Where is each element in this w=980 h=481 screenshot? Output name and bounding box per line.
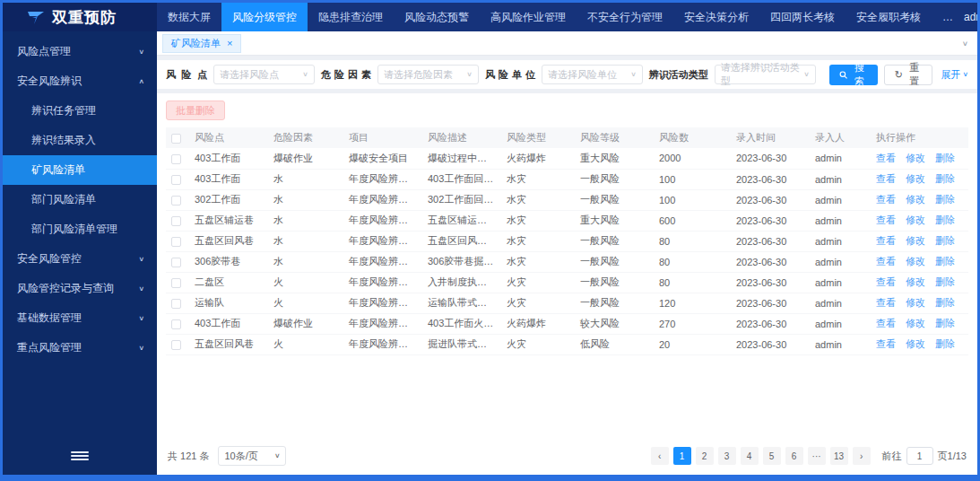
edit-link[interactable]: 修改 <box>906 297 925 308</box>
cell-risk-type: 火药爆炸 <box>501 313 575 334</box>
close-icon[interactable]: × <box>227 38 232 48</box>
page-button-13[interactable]: 13 <box>830 447 848 465</box>
delete-link[interactable]: 删除 <box>935 318 955 328</box>
row-checkbox[interactable] <box>171 196 181 206</box>
sidebar-item-task-mgmt[interactable]: 辨识任务管理 <box>3 96 157 126</box>
expand-link[interactable]: 展开 ∨ <box>941 68 968 82</box>
row-checkbox[interactable] <box>171 237 181 247</box>
view-link[interactable]: 查看 <box>876 318 896 328</box>
nav-item-leader-assessment[interactable]: 四回两长考核 <box>759 3 846 31</box>
delete-link[interactable]: 删除 <box>935 214 955 225</box>
row-checkbox[interactable] <box>171 278 181 288</box>
user-menu[interactable]: admin ∨ <box>964 11 980 23</box>
hazard-factor-select[interactable]: 请选择危险因素 ∨ <box>377 65 479 84</box>
sidebar-item-dept-risk-list-mgmt[interactable]: 部门风险清单管理 <box>3 214 157 244</box>
search-button-label: 搜索 <box>851 61 868 88</box>
edit-link[interactable]: 修改 <box>906 276 925 287</box>
view-link[interactable]: 查看 <box>876 214 896 225</box>
goto-page-input[interactable] <box>906 447 933 465</box>
sidebar-item-result-entry[interactable]: 辨识结果录入 <box>3 126 157 155</box>
select-all-checkbox[interactable] <box>171 134 181 144</box>
page-button-6[interactable]: 6 <box>785 447 803 465</box>
row-checkbox[interactable] <box>171 154 181 164</box>
sidebar-item-mine-risk-list[interactable]: 矿风险清单 <box>3 155 157 185</box>
view-link[interactable]: 查看 <box>876 194 896 205</box>
delete-link[interactable]: 删除 <box>935 173 955 184</box>
delete-link[interactable]: 删除 <box>935 153 955 163</box>
sidebar-item-risk-control[interactable]: 安全风险管控 ∨ <box>3 244 157 274</box>
sidebar-collapse-button[interactable] <box>3 437 157 475</box>
edit-link[interactable]: 修改 <box>906 153 925 163</box>
edit-link[interactable]: 修改 <box>906 194 925 205</box>
select-placeholder: 请选择风险点 <box>220 68 279 82</box>
edit-link[interactable]: 修改 <box>906 214 925 225</box>
row-checkbox[interactable] <box>171 258 181 267</box>
page-button-2[interactable]: 2 <box>696 447 714 465</box>
sidebar-item-dept-risk-list[interactable]: 部门风险清单 <box>3 185 157 214</box>
edit-link[interactable]: 修改 <box>906 256 925 267</box>
view-link[interactable]: 查看 <box>876 256 896 267</box>
nav-item-duty-assessment[interactable]: 安全履职考核 <box>846 3 932 31</box>
view-link[interactable]: 查看 <box>876 338 896 349</box>
nav-item-decision-analysis[interactable]: 安全决策分析 <box>673 3 759 31</box>
sidebar-item-control-records[interactable]: 风险管控记录与查询 ∨ <box>3 274 157 303</box>
edit-link[interactable]: 修改 <box>906 338 925 349</box>
cell-hazard-factor: 火 <box>268 272 343 293</box>
cell-risk-count: 120 <box>654 293 731 313</box>
row-checkbox[interactable] <box>171 340 181 350</box>
search-button[interactable]: 搜索 <box>829 65 878 85</box>
delete-link[interactable]: 删除 <box>935 256 955 267</box>
page-button-1[interactable]: 1 <box>673 447 691 465</box>
nav-item-hazard-governance[interactable]: 隐患排查治理 <box>308 3 394 31</box>
tab-options-chevron-icon[interactable]: ∨ <box>962 39 968 48</box>
cell-risk-desc: 运输队带式输送机... <box>422 293 501 313</box>
edit-link[interactable]: 修改 <box>906 235 925 246</box>
view-link[interactable]: 查看 <box>876 276 896 287</box>
table-row: 五盘区辅运巷 水 年度风险辨识评估... 五盘区辅运巷掘进... 水灾 重大风险… <box>166 210 968 231</box>
row-checkbox[interactable] <box>171 175 181 185</box>
delete-link[interactable]: 删除 <box>935 194 955 205</box>
sidebar-item-risk-identification[interactable]: 安全风险辨识 ∧ <box>3 66 157 96</box>
chevron-down-icon: ∨ <box>466 71 473 78</box>
page-button-3[interactable]: 3 <box>718 447 736 465</box>
nav-item-unsafe-behavior[interactable]: 不安全行为管理 <box>577 3 673 31</box>
batch-delete-button[interactable]: 批量删除 <box>166 101 225 120</box>
expand-label: 展开 <box>941 68 960 82</box>
nav-item-high-risk-operation[interactable]: 高风险作业管理 <box>480 3 577 31</box>
risk-unit-select[interactable]: 请选择风险单位 ∨ <box>542 65 643 84</box>
page-button-4[interactable]: 4 <box>741 447 759 465</box>
sidebar: 风险点管理 ∨ 安全风险辨识 ∧ 辨识任务管理 辨识结果录入 矿风险清单 部门风… <box>3 31 157 475</box>
risk-point-select[interactable]: 请选择风险点 ∨ <box>213 65 315 84</box>
view-link[interactable]: 查看 <box>876 173 896 184</box>
delete-link[interactable]: 删除 <box>935 338 955 349</box>
row-checkbox[interactable] <box>171 299 181 309</box>
activity-type-select[interactable]: 请选择辨识活动类型 ∨ <box>715 65 816 84</box>
page-button-5[interactable]: 5 <box>763 447 781 465</box>
row-checkbox[interactable] <box>171 319 181 329</box>
sidebar-item-label: 安全风险管控 <box>17 251 82 267</box>
pagination-ellipsis[interactable]: ··· <box>808 447 826 465</box>
next-page-button[interactable]: › <box>853 447 871 465</box>
nav-item-data-screen[interactable]: 数据大屏 <box>157 3 221 31</box>
prev-page-button[interactable]: ‹ <box>651 447 669 465</box>
page-size-select[interactable]: 10条/页 ∨ <box>218 446 286 466</box>
sidebar-item-risk-point-mgmt[interactable]: 风险点管理 ∨ <box>3 37 157 66</box>
delete-link[interactable]: 删除 <box>935 276 955 287</box>
view-link[interactable]: 查看 <box>876 153 896 163</box>
nav-item-risk-warning[interactable]: 风险动态预警 <box>394 3 480 31</box>
cell-risk-count: 20 <box>654 334 731 354</box>
nav-item-more[interactable]: … <box>932 3 964 31</box>
edit-link[interactable]: 修改 <box>906 318 925 328</box>
filter-label-hazard-factor: 危险因素 <box>321 68 371 82</box>
view-link[interactable]: 查看 <box>876 297 896 308</box>
row-checkbox[interactable] <box>171 216 181 226</box>
edit-link[interactable]: 修改 <box>906 173 925 184</box>
delete-link[interactable]: 删除 <box>935 297 955 308</box>
sidebar-item-basic-data[interactable]: 基础数据管理 ∨ <box>3 303 157 333</box>
view-link[interactable]: 查看 <box>876 235 896 246</box>
tab-mine-risk-list[interactable]: 矿风险清单 × <box>162 34 241 53</box>
nav-item-risk-grading[interactable]: 风险分级管控 <box>221 3 308 31</box>
reset-button[interactable]: ↻ 重置 <box>884 65 933 85</box>
delete-link[interactable]: 删除 <box>935 235 955 246</box>
sidebar-item-key-risk-mgmt[interactable]: 重点风险管理 ∨ <box>3 333 157 363</box>
